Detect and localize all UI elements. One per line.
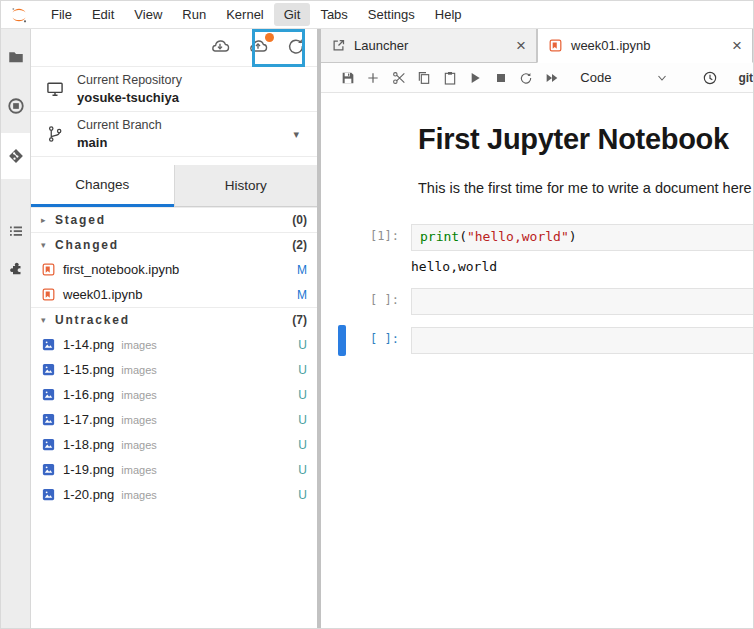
- staged-count: (0): [292, 213, 307, 227]
- status-badge: U: [298, 338, 307, 352]
- staged-section-header[interactable]: ▸ Staged (0): [31, 207, 317, 232]
- branch-name: main: [77, 134, 162, 152]
- code-token-function: print: [420, 229, 459, 244]
- panel-resize-handle[interactable]: [317, 29, 321, 628]
- menu-help[interactable]: Help: [425, 3, 472, 26]
- save-button[interactable]: [335, 70, 360, 86]
- menu-kernel[interactable]: Kernel: [216, 3, 274, 26]
- menu-run[interactable]: Run: [172, 3, 216, 26]
- cell-collapser[interactable]: [338, 222, 346, 253]
- code-cell-2[interactable]: [ ]:: [321, 288, 753, 315]
- stop-circle-icon: [7, 97, 25, 115]
- code-token-paren: (: [459, 229, 467, 244]
- git-pull-button[interactable]: [209, 35, 231, 61]
- menu-file[interactable]: File: [41, 3, 82, 26]
- tab-launcher[interactable]: Launcher ×: [321, 29, 537, 62]
- notebook-file-icon: [548, 38, 563, 53]
- puzzle-icon: [7, 260, 25, 278]
- sidebar-item-file-browser[interactable]: [1, 34, 30, 80]
- file-directory: images: [121, 439, 156, 451]
- copy-cells-button[interactable]: [411, 70, 436, 86]
- execution-prompt: [1]:: [321, 224, 411, 243]
- cloud-pull-icon: [209, 35, 231, 57]
- image-file-icon: [41, 337, 56, 352]
- file-name: 1-19.png: [63, 462, 114, 477]
- menu-settings[interactable]: Settings: [358, 3, 425, 26]
- status-badge: U: [298, 413, 307, 427]
- add-cell-button[interactable]: [360, 70, 385, 86]
- file-name: 1-17.png: [63, 412, 114, 427]
- document-tabbar: Launcher × week01.ipynb ×: [321, 29, 753, 63]
- desktop-icon: [45, 79, 65, 99]
- untracked-file-row[interactable]: 1-17.png images U: [31, 407, 317, 432]
- file-name: 1-16.png: [63, 387, 114, 402]
- tab-week01-ipynb[interactable]: week01.ipynb ×: [537, 29, 753, 63]
- notebook-file-icon: [41, 287, 56, 302]
- image-file-icon: [41, 487, 56, 502]
- file-directory: images: [121, 339, 156, 351]
- untracked-file-row[interactable]: 1-19.png images U: [31, 457, 317, 482]
- code-input[interactable]: [411, 288, 753, 315]
- changed-count: (2): [292, 238, 307, 252]
- restart-run-all-button[interactable]: [539, 70, 564, 86]
- git-push-button[interactable]: [247, 35, 269, 61]
- status-badge: U: [298, 388, 307, 402]
- close-icon[interactable]: ×: [516, 37, 526, 54]
- menu-tabs[interactable]: Tabs: [310, 3, 357, 26]
- cell-type-select[interactable]: Code: [580, 70, 611, 85]
- active-cell-collapser[interactable]: [338, 325, 346, 356]
- code-input[interactable]: print("hello,world"): [411, 224, 753, 251]
- paste-cells-button[interactable]: [437, 70, 462, 86]
- git-refresh-button[interactable]: [285, 35, 307, 61]
- kernel-status-button[interactable]: [697, 70, 722, 86]
- code-input[interactable]: [411, 327, 753, 354]
- menu-edit[interactable]: Edit: [82, 3, 124, 26]
- file-name: 1-15.png: [63, 362, 114, 377]
- changed-section-header[interactable]: ▾ Changed (2): [31, 232, 317, 257]
- code-cell-3-active[interactable]: [ ]:: [321, 327, 753, 354]
- untracked-section-header[interactable]: ▾ Untracked (7): [31, 307, 317, 332]
- execution-prompt: [ ]:: [321, 327, 411, 346]
- sidebar-item-running-sessions[interactable]: [1, 83, 30, 129]
- file-name: 1-20.png: [63, 487, 114, 502]
- execution-prompt: [ ]:: [321, 288, 411, 307]
- scissors-icon: [391, 70, 407, 86]
- cut-cells-button[interactable]: [386, 70, 411, 86]
- current-repository-row: Current Repository yosuke-tsuchiya: [31, 67, 317, 112]
- close-icon[interactable]: ×: [732, 37, 742, 54]
- menu-view[interactable]: View: [124, 3, 172, 26]
- untracked-file-row[interactable]: 1-20.png images U: [31, 482, 317, 507]
- code-cell-1[interactable]: [1]: print("hello,world"): [321, 224, 753, 251]
- file-directory: images: [121, 489, 156, 501]
- menu-git[interactable]: Git: [274, 3, 311, 26]
- staged-label: Staged: [55, 213, 106, 227]
- sidebar-item-extensions[interactable]: [1, 246, 30, 292]
- status-badge: U: [298, 438, 307, 452]
- interrupt-kernel-button[interactable]: [488, 70, 513, 86]
- restart-kernel-button[interactable]: [513, 70, 538, 86]
- file-name: first_notebook.ipynb: [63, 262, 179, 277]
- current-branch-row[interactable]: Current Branch main ▾: [31, 112, 317, 157]
- notebook-document: First Jupyter Notebook This is the first…: [321, 93, 753, 628]
- cell-collapser[interactable]: [338, 286, 346, 317]
- branch-dropdown-caret-icon[interactable]: ▾: [293, 128, 299, 141]
- untracked-file-row[interactable]: 1-15.png images U: [31, 357, 317, 382]
- changed-file-row[interactable]: first_notebook.ipynb M: [31, 257, 317, 282]
- file-directory: images: [121, 414, 156, 426]
- cell-type-dropdown[interactable]: [649, 72, 674, 84]
- tab-history[interactable]: History: [174, 165, 318, 207]
- untracked-file-row[interactable]: 1-18.png images U: [31, 432, 317, 457]
- tab-label: Launcher: [354, 38, 408, 53]
- branch-icon: [45, 124, 65, 144]
- copy-icon: [416, 70, 432, 86]
- restart-icon: [518, 70, 534, 86]
- sidebar-item-git[interactable]: [1, 133, 30, 179]
- changed-file-row[interactable]: week01.ipynb M: [31, 282, 317, 307]
- tab-changes[interactable]: Changes: [31, 165, 174, 207]
- untracked-file-row[interactable]: 1-14.png images U: [31, 332, 317, 357]
- run-cell-button[interactable]: [462, 70, 487, 86]
- chevron-down-icon: [656, 72, 668, 84]
- run-icon: [467, 70, 483, 86]
- untracked-file-row[interactable]: 1-16.png images U: [31, 382, 317, 407]
- git-tabs: Changes History: [31, 165, 317, 207]
